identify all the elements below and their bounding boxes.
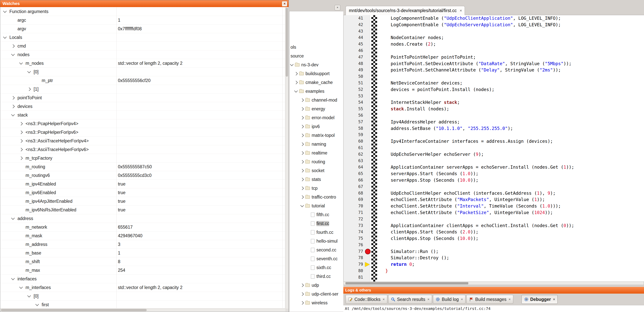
tree-item-seventh-cc[interactable]: seventh.cc xyxy=(289,254,343,263)
code-line[interactable]: 56 xyxy=(344,112,644,119)
watch-row[interactable]: m_network655617 xyxy=(0,223,285,232)
tree-item-udp[interactable]: udp xyxy=(289,281,343,290)
tree-item-energy[interactable]: energy xyxy=(289,104,343,113)
code-line[interactable]: 67 xyxy=(344,184,644,190)
watches-vertical-scrollbar[interactable] xyxy=(285,7,288,309)
tree-item-tutorial[interactable]: tutorial xyxy=(289,201,343,210)
tab-code-blocks[interactable]: Code::Blocks× xyxy=(346,295,387,304)
code-line[interactable]: 52 devices = pointToPoint.Install (nodes… xyxy=(344,86,644,93)
watch-row[interactable]: [0] xyxy=(0,292,285,301)
watch-row[interactable]: argv0x7fffffffdf08 xyxy=(0,24,285,33)
tree-item-fourth-cc[interactable]: fourth.cc xyxy=(289,228,343,237)
watch-row[interactable]: Function arguments xyxy=(0,7,285,16)
code-line[interactable]: 49 pointToPoint.SetChannelAttribute ("De… xyxy=(344,67,644,73)
chevron-right-icon[interactable] xyxy=(11,44,14,48)
code-line[interactable]: 47 PointToPointHelper pointToPoint; xyxy=(344,54,644,61)
code-line[interactable]: 59 xyxy=(344,132,644,138)
code-line[interactable]: 76 xyxy=(344,242,644,248)
chevron-right-icon[interactable] xyxy=(19,131,23,134)
watch-row[interactable]: cmd xyxy=(0,42,285,50)
chevron-right-icon[interactable] xyxy=(300,151,304,155)
tree-item-tcp[interactable]: tcp xyxy=(289,184,343,193)
chevron-right-icon[interactable] xyxy=(300,292,304,296)
code-line[interactable]: 63 xyxy=(344,158,644,164)
close-icon[interactable]: × xyxy=(282,1,287,6)
code-line[interactable]: 57 Ipv4AddressHelper address; xyxy=(344,119,644,125)
code-line[interactable]: 55 stack.Install (nodes); xyxy=(344,106,644,112)
tree-item-ns-3-dev[interactable]: ns-3-dev xyxy=(289,60,343,69)
code-line[interactable]: 72 xyxy=(344,216,644,222)
tree-item-stats[interactable]: stats xyxy=(289,175,343,184)
watch-row[interactable]: m_mask4294967040 xyxy=(0,232,285,240)
tree-item-fifth-cc[interactable]: fifth.cc xyxy=(289,210,343,219)
close-tab-icon[interactable]: × xyxy=(461,297,463,302)
close-tab-icon[interactable]: × xyxy=(428,297,430,302)
watch-row[interactable]: m_ipv6NsRsJitterEnabledtrue xyxy=(0,206,285,214)
close-tab-icon[interactable]: × xyxy=(508,297,510,302)
code-line[interactable]: 54 InternetStackHelper stack; xyxy=(344,99,644,106)
close-icon[interactable]: × xyxy=(335,5,340,10)
chevron-down-icon[interactable] xyxy=(3,35,6,38)
code-line[interactable]: 64 ApplicationContainer serverApps = ech… xyxy=(344,164,644,170)
code-line[interactable]: 60 Ipv4InterfaceContainer interfaces = a… xyxy=(344,138,644,145)
tree-item-ipv6[interactable]: ipv6 xyxy=(289,122,343,131)
chevron-down-icon[interactable] xyxy=(19,285,23,289)
chevron-right-icon[interactable] xyxy=(300,301,304,305)
watch-row[interactable]: [0] xyxy=(0,68,285,76)
code-line[interactable]: 70 echoClient.SetAttribute ("Interval", … xyxy=(344,203,644,209)
tree-item-channel-mod[interactable]: channel-mod xyxy=(289,96,343,104)
watch-row[interactable]: m_shift8 xyxy=(0,257,285,266)
code-line[interactable]: 74 clientApps.Start (Seconds (2.0)); xyxy=(344,229,644,235)
tree-item-socket[interactable]: socket xyxy=(289,166,343,175)
code-line[interactable]: 66 serverApps.Stop (Seconds (10.0)); xyxy=(344,177,644,184)
editor-tab-first-cc[interactable]: mnt/dev/tools/source/ns-3-dev/examples/t… xyxy=(346,6,465,15)
code-line[interactable]: 46 xyxy=(344,47,644,54)
chevron-down-icon[interactable] xyxy=(11,113,14,116)
scrollbar-thumb[interactable] xyxy=(286,8,288,77)
watch-row[interactable]: m_nodesstd::vector of length 2, capacity… xyxy=(0,59,285,68)
chevron-down-icon[interactable] xyxy=(290,62,294,66)
watch-row[interactable]: interfaces xyxy=(0,275,285,283)
close-tab-icon[interactable]: × xyxy=(553,297,555,302)
tree-item-examples[interactable]: examples xyxy=(289,87,343,96)
code-line[interactable]: 71 echoClient.SetAttribute ("PacketSize"… xyxy=(344,209,644,216)
code-line[interactable]: 81 xyxy=(344,274,644,281)
chevron-down-icon[interactable] xyxy=(300,203,304,207)
watch-row[interactable]: address xyxy=(0,214,285,223)
chevron-right-icon[interactable] xyxy=(300,178,304,181)
tree-item-wireless[interactable]: wireless xyxy=(289,298,343,307)
chevron-right-icon[interactable] xyxy=(11,96,14,99)
tab-search-results[interactable]: Search results× xyxy=(388,295,432,304)
chevron-right-icon[interactable] xyxy=(300,116,304,119)
code-line[interactable]: 41 LogComponentEnable ("UdpEchoClientApp… xyxy=(344,15,644,22)
chevron-right-icon[interactable] xyxy=(300,284,304,287)
watch-row[interactable]: <ns3::PcapHelperForIpv6> xyxy=(0,128,285,137)
watch-row[interactable]: <ns3::PcapHelperForIpv4> xyxy=(0,119,285,128)
code-line[interactable]: 65 serverApps.Start (Seconds (1.0)); xyxy=(344,170,644,177)
chevron-right-icon[interactable] xyxy=(27,87,31,91)
tab-build-messages[interactable]: Build messages× xyxy=(466,295,513,304)
chevron-right-icon[interactable] xyxy=(300,160,304,163)
watch-row[interactable]: m_ipv6Enabledtrue xyxy=(0,188,285,197)
tree-item-cmake-cache[interactable]: cmake_cache xyxy=(289,78,343,87)
tree-item-buildsupport[interactable]: buildsupport xyxy=(289,69,343,78)
close-tab-icon[interactable]: × xyxy=(460,8,462,13)
code-line[interactable]: 43 xyxy=(344,28,644,35)
scrollbar-thumb[interactable] xyxy=(1,309,147,311)
code-line[interactable]: 62 UdpEchoServerHelper echoServer (9); xyxy=(344,151,644,158)
watch-row[interactable]: devices xyxy=(0,102,285,111)
chevron-down-icon[interactable] xyxy=(27,294,31,297)
chevron-down-icon[interactable] xyxy=(294,89,298,92)
watch-row[interactable]: first xyxy=(0,301,285,309)
tree-item-hello-simul[interactable]: hello-simul xyxy=(289,237,343,246)
chevron-right-icon[interactable] xyxy=(300,169,304,172)
watch-row[interactable]: m_ipv4Enabledtrue xyxy=(0,180,285,188)
watch-row[interactable]: Locals xyxy=(0,33,285,42)
watches-titlebar[interactable]: Watches × xyxy=(0,0,288,7)
chevron-down-icon[interactable] xyxy=(11,52,14,56)
code-line[interactable]: 79 return 0; xyxy=(344,261,644,268)
watch-row[interactable]: argc1 xyxy=(0,16,285,24)
chevron-right-icon[interactable] xyxy=(19,148,23,151)
chevron-right-icon[interactable] xyxy=(300,125,304,128)
watch-row[interactable]: [1] xyxy=(0,85,285,94)
